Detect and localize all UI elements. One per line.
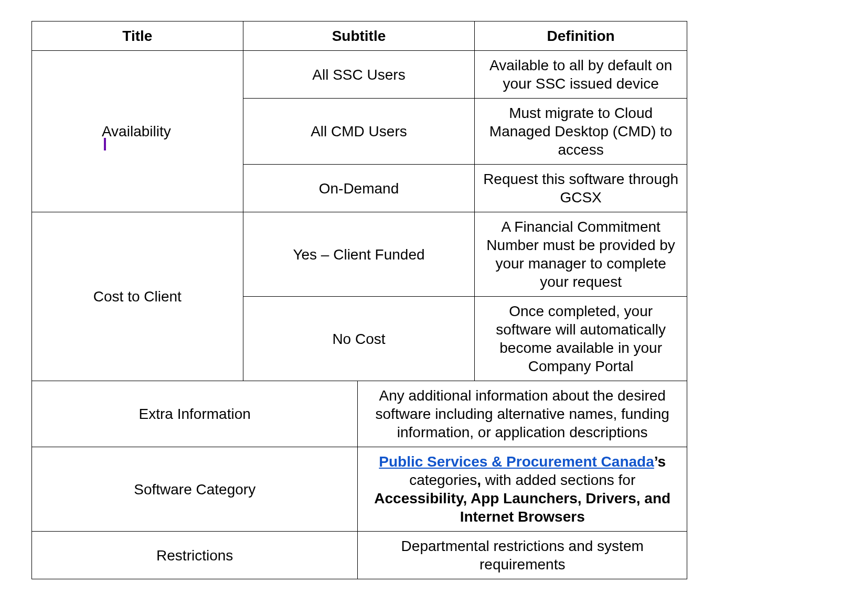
- category-comma: ,: [477, 472, 481, 488]
- header-definition: Definition: [475, 21, 687, 51]
- category-mid2: with added sections for: [481, 472, 635, 488]
- cost-subtitle-0: Yes – Client Funded: [243, 212, 475, 297]
- table-header-row: Title Subtitle Definition: [32, 21, 687, 51]
- extra-definition: Any additional information about the des…: [358, 381, 687, 447]
- availability-row-0: Availability All SSC Users Available to …: [32, 51, 687, 99]
- cost-subtitle-1: No Cost: [243, 297, 475, 381]
- category-extra-bold: Accessibility, App Launchers, Drivers, a…: [374, 490, 670, 525]
- availability-subtitle-2: On-Demand: [243, 165, 475, 212]
- definitions-table: Title Subtitle Definition Availability A…: [31, 21, 687, 579]
- restrictions-title: Restrictions: [32, 532, 358, 579]
- pspc-link[interactable]: Public Services & Procurement Canada: [379, 453, 654, 470]
- cost-row-0: Cost to Client Yes – Client Funded A Fin…: [32, 212, 687, 297]
- availability-subtitle-1: All CMD Users: [243, 99, 475, 165]
- cost-definition-1: Once completed, your software will autom…: [475, 297, 687, 381]
- category-possessive: ’s: [654, 453, 666, 470]
- availability-subtitle-0: All SSC Users: [243, 51, 475, 99]
- restrictions-definition: Departmental restrictions and system req…: [358, 532, 687, 579]
- cost-title: Cost to Client: [32, 212, 243, 381]
- category-mid1: categories: [409, 472, 477, 488]
- restrictions-row: Restrictions Departmental restrictions a…: [32, 532, 687, 579]
- header-subtitle: Subtitle: [243, 21, 475, 51]
- availability-title: Availability: [32, 51, 243, 212]
- header-title: Title: [32, 21, 243, 51]
- category-definition: Public Services & Procurement Canada’s c…: [358, 447, 687, 532]
- availability-definition-2: Request this software through GCSX: [475, 165, 687, 212]
- page: Title Subtitle Definition Availability A…: [31, 21, 687, 579]
- extra-row: Extra Information Any additional informa…: [32, 381, 687, 447]
- extra-title: Extra Information: [32, 381, 358, 447]
- availability-definition-0: Available to all by default on your SSC …: [475, 51, 687, 99]
- category-row: Software Category Public Services & Proc…: [32, 447, 687, 532]
- availability-definition-1: Must migrate to Cloud Managed Desktop (C…: [475, 99, 687, 165]
- availability-title-text: Availability: [102, 123, 171, 139]
- category-title: Software Category: [32, 447, 358, 532]
- cost-definition-0: A Financial Commitment Number must be pr…: [475, 212, 687, 297]
